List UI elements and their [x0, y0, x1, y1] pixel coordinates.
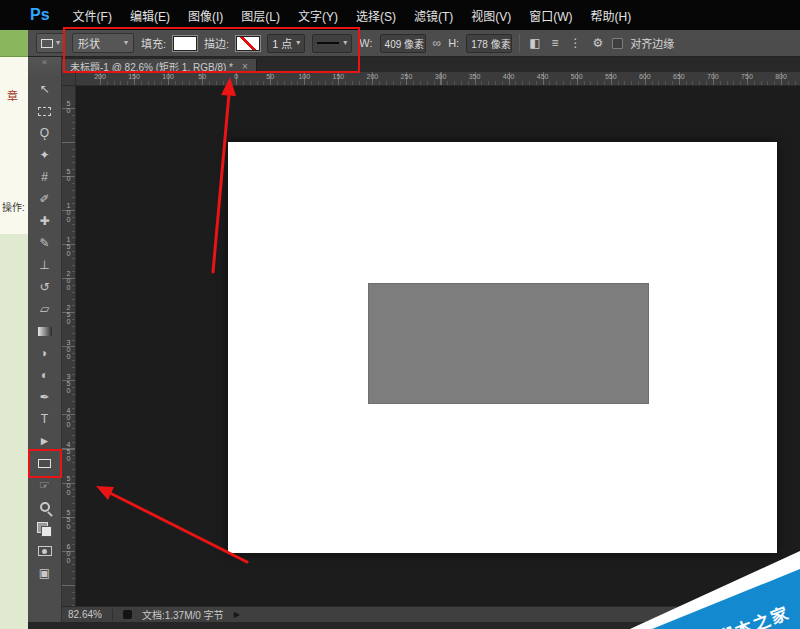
path-arrangement-button[interactable]: ⋮: [568, 36, 584, 50]
height-label: H:: [448, 37, 459, 49]
background-webpage-header: [0, 30, 28, 57]
gradient-tool[interactable]: [28, 320, 61, 342]
brush-tool-icon: ✎: [39, 237, 49, 249]
document-size-info: 文档:1.37M/0 字节: [142, 607, 224, 622]
width-value: 409 像素: [385, 36, 424, 51]
h-ruler-label: 450: [531, 73, 555, 80]
foreground-background-colors[interactable]: [28, 518, 61, 540]
status-expand-arrow-icon[interactable]: ▶: [234, 610, 240, 619]
rectangular-marquee-tool-icon: [38, 107, 51, 116]
document-canvas[interactable]: [228, 142, 777, 553]
h-ruler-label: 350: [463, 73, 487, 80]
v-ruler-label: 250: [65, 304, 72, 325]
zoom-tool-icon: [40, 502, 50, 512]
link-dimensions-icon[interactable]: ∞: [433, 36, 442, 50]
chevron-down-icon: ▾: [56, 39, 60, 47]
drawn-rectangle[interactable]: [368, 283, 649, 404]
annotation-box-rectangle-tool: [28, 449, 62, 478]
h-ruler-label: 100: [292, 73, 316, 80]
h-ruler-label: 500: [565, 73, 589, 80]
h-ruler-label: 200: [360, 73, 384, 80]
menu-image[interactable]: 图像(I): [179, 7, 232, 24]
collapse-icon: «: [42, 57, 47, 67]
lasso-tool-icon: Ǫ: [40, 127, 49, 139]
type-tool[interactable]: T: [28, 408, 61, 430]
type-tool-icon: T: [41, 413, 48, 425]
crop-tool-icon: #: [41, 171, 48, 183]
v-ruler-label: 100: [65, 202, 72, 223]
dodge-tool[interactable]: ◐: [28, 364, 61, 386]
horizontal-ruler[interactable]: 2001501005005010015020025030035040045050…: [76, 72, 800, 86]
v-ruler-label: 500: [65, 475, 72, 496]
v-ruler-label: 150: [65, 236, 72, 257]
lasso-tool[interactable]: Ǫ: [28, 122, 61, 144]
path-alignment-button[interactable]: ≡: [550, 36, 561, 50]
menu-bar: Ps 文件(F)编辑(E)图像(I)图层(L)文字(Y)选择(S)滤镜(T)视图…: [0, 0, 800, 30]
clone-stamp-tool[interactable]: ⊥: [28, 254, 61, 276]
move-tool-icon: ↖: [39, 83, 49, 95]
h-ruler-label: 600: [633, 73, 657, 80]
tool-preset-dropdown[interactable]: ▾: [36, 33, 65, 53]
h-ruler-label: 550: [599, 73, 623, 80]
rectangle-preset-icon: [41, 39, 53, 48]
height-input[interactable]: 178 像素: [466, 34, 512, 53]
menu-view[interactable]: 视图(V): [462, 7, 520, 24]
gradient-tool-icon: [38, 327, 52, 336]
h-ruler-label: 100: [156, 73, 180, 80]
width-input[interactable]: 409 像素: [380, 34, 426, 53]
h-ruler-label: 700: [701, 73, 725, 80]
v-ruler-label: 450: [65, 441, 72, 462]
zoom-tool[interactable]: [28, 496, 61, 518]
quick-mask-button[interactable]: [28, 540, 61, 562]
blur-tool[interactable]: ◗: [28, 342, 61, 364]
canvas-area[interactable]: [76, 86, 800, 606]
menu-type[interactable]: 文字(Y): [289, 7, 347, 24]
path-operations-button[interactable]: ◧: [527, 36, 542, 50]
pen-tool-icon: ✒: [39, 391, 49, 403]
crop-tool[interactable]: #: [28, 166, 61, 188]
healing-brush-tool[interactable]: ✚: [28, 210, 61, 232]
menu-select[interactable]: 选择(S): [347, 7, 405, 24]
screen-mode-button[interactable]: ▣: [28, 562, 61, 584]
collapse-toolbar-button[interactable]: «: [28, 57, 61, 78]
align-edges-label: 对齐边缘: [630, 35, 674, 51]
v-ruler-label: 400: [65, 407, 72, 428]
vertical-ruler[interactable]: 5050100150200250300350400450500550600: [62, 86, 76, 606]
pen-tool[interactable]: ✒: [28, 386, 61, 408]
brush-tool[interactable]: ✎: [28, 232, 61, 254]
eraser-tool[interactable]: ▱: [28, 298, 61, 320]
background-webpage: 章 操作:: [0, 30, 28, 629]
h-ruler-label: 650: [667, 73, 691, 80]
menu-layer[interactable]: 图层(L): [232, 7, 289, 24]
zoom-level-field[interactable]: 82.64%: [68, 609, 113, 620]
menu-file[interactable]: 文件(F): [64, 7, 121, 24]
align-edges-checkbox[interactable]: [612, 38, 623, 49]
move-tool[interactable]: ↖: [28, 78, 61, 100]
eraser-tool-icon: ▱: [40, 303, 49, 315]
eyedropper-tool-icon: ✐: [39, 193, 49, 205]
menu-help[interactable]: 帮助(H): [582, 7, 641, 24]
v-ruler-label: 200: [65, 270, 72, 291]
toolbar-tools: ↖Ǫ✦#✐✚✎⊥↺▱◗◐✒T►☞▣: [28, 78, 61, 584]
gear-icon[interactable]: ⚙: [591, 36, 606, 50]
toolbar: « ↖Ǫ✦#✐✚✎⊥↺▱◗◐✒T►☞▣: [28, 57, 62, 622]
menu-window[interactable]: 窗口(W): [520, 7, 581, 24]
menu-edit[interactable]: 编辑(E): [121, 7, 179, 24]
background-webpage-body: [0, 234, 28, 629]
rectangular-marquee-tool[interactable]: [28, 100, 61, 122]
h-ruler-label: 800: [769, 73, 793, 80]
menu-filter[interactable]: 滤镜(T): [405, 7, 462, 24]
photoshop-window: 章 操作: Ps 文件(F)编辑(E)图像(I)图层(L)文字(Y)选择(S)滤…: [0, 0, 800, 629]
background-text: 章: [7, 87, 28, 103]
hand-tool-icon: ☞: [39, 479, 50, 491]
h-ruler-label: 300: [429, 73, 453, 80]
h-ruler-label: 0: [224, 73, 248, 80]
v-ruler-label: 50: [65, 100, 72, 114]
status-badge-icon: [123, 610, 132, 619]
quick-selection-tool[interactable]: ✦: [28, 144, 61, 166]
history-brush-tool-icon: ↺: [39, 281, 49, 293]
eyedropper-tool[interactable]: ✐: [28, 188, 61, 210]
history-brush-tool[interactable]: ↺: [28, 276, 61, 298]
height-value: 178 像素: [471, 36, 510, 51]
watermark-banner: jb51.net 脚本之家: [620, 539, 800, 629]
